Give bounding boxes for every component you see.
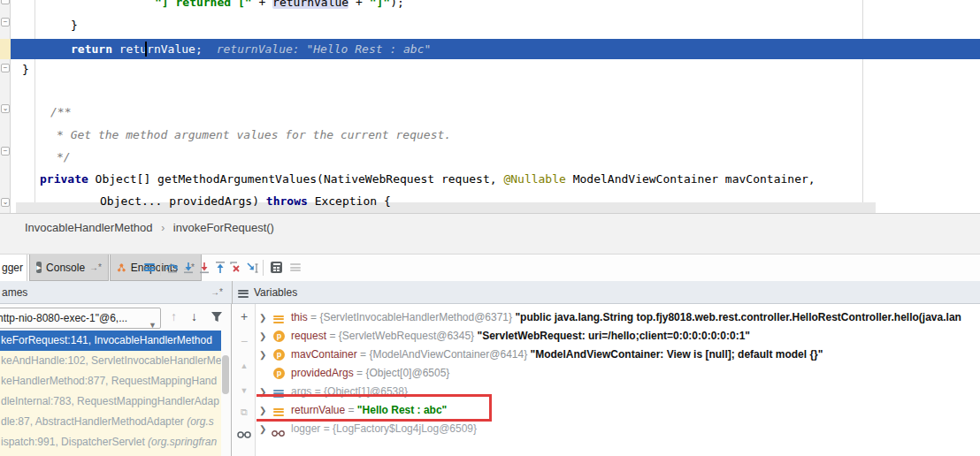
move-watch-up-icon[interactable]: ▲ [237, 359, 251, 373]
breadcrumb: InvocableHandlerMethod › invokeForReques… [25, 221, 274, 234]
frame-row[interactable]: keAndHandle:102, ServletInvocableHandler… [0, 351, 221, 371]
frames-scrollbar-thumb[interactable] [222, 355, 229, 394]
breadcrumb-class[interactable]: InvocableHandlerMethod [25, 221, 153, 234]
watches-toolbar: + − ▲ ▼ ⧉ [233, 304, 256, 456]
string-literal: "] returned [" [155, 0, 252, 9]
variables-menu-icon[interactable] [238, 286, 249, 302]
parameter-icon: p [273, 368, 285, 379]
parameter-icon: p [273, 331, 285, 342]
fold-marker-icon[interactable] [1, 0, 10, 4]
tab-pin-icon: →* [89, 262, 102, 272]
toolbar-separator [263, 260, 264, 276]
execution-line-gutter-highlight [0, 39, 11, 59]
debug-toolbar-row: gger ▶ Console →* Endpoints →* [0, 255, 980, 281]
step-over-icon[interactable] [165, 260, 180, 275]
return-keyword: return [71, 42, 112, 56]
tab-label: gger [2, 262, 23, 274]
variable-row-args[interactable]: ❯ args = {Object[1]@6538} [256, 383, 980, 401]
force-step-into-icon[interactable] [196, 260, 211, 275]
frames-panel-title: ames [2, 286, 27, 299]
run-to-cursor-icon[interactable] [245, 260, 260, 275]
evaluate-expression-icon[interactable] [269, 260, 284, 275]
code-line: } [22, 62, 29, 78]
tab-debugger-partial[interactable]: gger [0, 255, 27, 281]
tab-console[interactable]: ▶ Console →* [29, 255, 109, 281]
console-icon: ▶ [36, 262, 42, 273]
remove-watch-icon[interactable]: − [237, 334, 251, 348]
frame-row[interactable]: dleInternal:783, RequestMappingHandlerAd… [0, 391, 221, 412]
thread-dropdown[interactable]: http-nio-8080-exec-1"@6,... ▼ [0, 308, 161, 329]
method-signature-line2: Object... providedArgs) throws Exception… [100, 194, 391, 209]
breadcrumb-bar: InvocableHandlerMethod › invokeForReques… [0, 213, 980, 255]
variables-panel-title: Variables [254, 286, 297, 299]
move-watch-down-icon[interactable]: ▼ [237, 384, 251, 398]
chevron-down-icon: ▼ [149, 315, 157, 329]
toolbar-separator [160, 260, 161, 276]
throws-keyword: throws [266, 194, 308, 208]
drop-frame-icon[interactable] [228, 260, 243, 275]
add-watch-icon[interactable]: + [237, 309, 251, 323]
panel-header-row: ames →* Variables [0, 281, 980, 304]
step-into-icon[interactable] [180, 260, 195, 275]
glasses-icon [272, 425, 285, 438]
view-options-icon[interactable] [142, 260, 157, 275]
javadoc-line: */ [57, 149, 71, 165]
step-out-icon[interactable] [212, 260, 227, 275]
text-caret [145, 42, 147, 57]
expand-chevron-icon[interactable]: ❯ [259, 346, 266, 364]
string-literal: "]" [370, 0, 390, 9]
parameter-icon: p [273, 349, 285, 361]
frames-list: keForRequest:141, InvocableHandlerMethod… [0, 331, 221, 456]
variables-panel: ❯ this = {ServletInvocableHandlerMethod@… [256, 304, 980, 456]
variable-row-providedargs[interactable]: p providedArgs = {Object[0]@6505} [256, 364, 980, 383]
nullable-annotation: @Nullable [503, 172, 565, 186]
filter-frames-icon[interactable] [211, 311, 223, 323]
frame-row[interactable]: ispatch:991, DispatcherServlet (org.spri… [0, 432, 221, 452]
frame-row[interactable]: ervice:925, DispatcherServlet (org.sprin… [0, 452, 221, 456]
variable-row-returnvalue[interactable]: ❯ returnValue = "Hello Rest : abc" [256, 401, 980, 420]
variable-row-mavcontainer[interactable]: ❯ p mavContainer = {ModelAndViewContaine… [256, 346, 980, 364]
value-icon [273, 405, 284, 420]
fold-collapse-icon[interactable]: − [1, 147, 10, 156]
value-icon [273, 312, 284, 327]
fold-expand-icon[interactable]: ⌄ [1, 104, 10, 113]
expand-chevron-icon[interactable]: ❯ [259, 327, 266, 346]
frame-down-icon[interactable]: ↓ [191, 309, 197, 323]
code-line: } [71, 18, 78, 34]
frame-up-icon[interactable]: ↑ [171, 309, 177, 323]
endpoints-icon [117, 262, 126, 274]
fold-expand-icon[interactable]: ⌄ [1, 198, 10, 207]
variable-row-this[interactable]: ❯ this = {ServletInvocableHandlerMethod@… [256, 308, 980, 327]
frame-row[interactable]: dle:87, AbstractHandlerMethodAdapter (or… [0, 412, 221, 432]
fold-collapse-icon[interactable]: − [1, 64, 10, 72]
expand-chevron-icon[interactable]: ❯ [259, 420, 266, 438]
tab-label: Console [46, 262, 85, 274]
expand-chevron-icon[interactable]: ❯ [259, 401, 266, 420]
frames-pin-icon[interactable]: →* [211, 287, 223, 297]
execution-code-line: return returnValue;returnValue: "Hello R… [71, 42, 431, 57]
fold-collapse-icon[interactable]: − [1, 18, 10, 27]
frames-panel: http-nio-8080-exec-1"@6,... ▼ ↑ ↓ keForR… [0, 304, 232, 456]
ide-debug-window: − − ⌄ − ⌄ "] returned [" + returnValue +… [0, 0, 980, 456]
expand-chevron-icon[interactable]: ❯ [259, 383, 266, 401]
code-editor[interactable]: − − ⌄ − ⌄ "] returned [" + returnValue +… [0, 0, 980, 213]
expand-chevron-icon[interactable]: ❯ [259, 308, 266, 327]
debugger-inline-hint: returnValue: "Hello Rest : abc" [203, 42, 432, 56]
show-watches-icon[interactable] [237, 428, 251, 442]
breadcrumb-method[interactable]: invokeForRequest() [173, 221, 274, 234]
thread-dropdown-value: http-nio-8080-exec-1"@6,... [0, 312, 127, 324]
variable-row-request[interactable]: ❯ p request = {ServletWebRequest@6345} "… [256, 327, 980, 346]
indent-guide [34, 0, 35, 205]
javadoc-line: * Get the method argument values for the… [57, 127, 451, 143]
highlighted-identifier: returnValue [272, 0, 348, 9]
frame-row[interactable]: keHandlerMethod:877, RequestMappingHand [0, 371, 221, 391]
frame-row-selected[interactable]: keForRequest:141, InvocableHandlerMethod [0, 331, 221, 351]
duplicate-watch-icon[interactable]: ⧉ [237, 405, 251, 419]
method-signature-line: private Object[] getMethodArgumentValues… [40, 171, 815, 187]
right-margin-guide [862, 0, 863, 213]
breadcrumb-separator-icon: › [156, 222, 170, 234]
javadoc-line: /** [50, 104, 71, 120]
variable-row-logger[interactable]: ❯ logger = {LogFactory$Log4jLog@6509} [256, 420, 980, 438]
array-icon [273, 386, 284, 401]
layout-settings-icon[interactable] [287, 260, 302, 275]
